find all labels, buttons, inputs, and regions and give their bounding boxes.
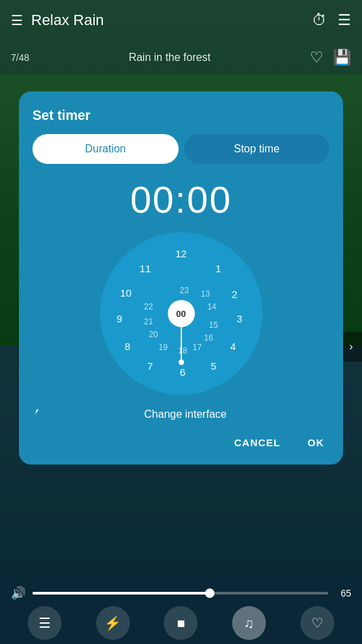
clock-num-21[interactable]: 21: [144, 317, 153, 326]
keyboard-icon[interactable]: ⎖: [32, 406, 41, 423]
ok-button[interactable]: OK: [302, 434, 330, 451]
alarm-icon[interactable]: ⏱: [312, 12, 327, 29]
music-button[interactable]: ♫: [232, 606, 266, 640]
chevron-down-icon[interactable]: ›: [340, 332, 362, 362]
set-timer-modal: Set timer Duration Stop time 00:00 12 1 …: [19, 91, 343, 465]
clock-num-15[interactable]: 15: [209, 320, 218, 330]
app-title: Relax Rain: [31, 12, 104, 29]
timer-tabs: Duration Stop time: [32, 134, 330, 164]
volume-value: 65: [335, 588, 351, 599]
clock-num-18[interactable]: 18: [178, 346, 187, 356]
change-interface-label: Change interface: [41, 408, 330, 421]
clock-num-12[interactable]: 12: [175, 248, 187, 259]
clock-num-14[interactable]: 14: [207, 302, 216, 312]
volume-icon: 🔊: [11, 586, 26, 601]
clock-num-11[interactable]: 11: [139, 262, 151, 274]
music-note-icon: ♫: [244, 616, 254, 631]
control-row: ☰ ⚡ ■ ♫ ♡: [11, 606, 351, 644]
stop-button[interactable]: ■: [164, 606, 198, 640]
playlist-button[interactable]: ☰: [28, 606, 62, 640]
clock-container: 12 1 2 3 4 5 6 7 8 9 10: [32, 232, 330, 395]
clock-num-1[interactable]: 1: [216, 262, 221, 274]
clock-center: 00: [168, 300, 195, 327]
time-minutes: 00: [187, 178, 231, 221]
volume-fill: [32, 592, 210, 595]
playlist-icon: ☰: [39, 615, 51, 631]
time-hours: 00: [130, 178, 175, 221]
time-display: 00:00: [32, 177, 330, 221]
clock-num-8[interactable]: 8: [125, 341, 130, 352]
time-colon: :: [175, 178, 187, 221]
heart-icon[interactable]: ♡: [310, 49, 323, 66]
stop-icon: ■: [177, 616, 185, 631]
clock-num-7[interactable]: 7: [148, 360, 153, 371]
clock-num-3[interactable]: 3: [237, 313, 242, 324]
clock-num-10[interactable]: 10: [120, 286, 132, 298]
lightning-button[interactable]: ⚡: [96, 606, 130, 640]
clock-num-19[interactable]: 19: [158, 343, 167, 352]
top-bar-right: ⏱ ☰: [312, 12, 351, 29]
top-bar-left: ☰ Relax Rain: [11, 12, 104, 29]
clock-num-6[interactable]: 6: [180, 366, 185, 378]
menu-lines-icon[interactable]: ☰: [338, 12, 351, 29]
modal-bottom: ⎖ Change interface: [32, 406, 330, 423]
clock-num-23[interactable]: 23: [180, 286, 189, 295]
bottom-bar: 🔊 65 ☰ ⚡ ■ ♫ ♡: [0, 576, 362, 644]
clock-num-20[interactable]: 20: [149, 330, 158, 339]
clock-num-4[interactable]: 4: [230, 341, 235, 352]
heart-list-icon: ♡: [311, 615, 323, 631]
save-icon[interactable]: 💾: [333, 49, 351, 66]
clock-center-value: 00: [176, 309, 185, 319]
sub-bar: 7/48 Rain in the forest ♡ 💾: [0, 41, 362, 74]
modal-title: Set timer: [32, 108, 330, 123]
clock-num-13[interactable]: 13: [201, 289, 210, 299]
track-count: 7/48: [11, 52, 29, 63]
clock-circle[interactable]: 12 1 2 3 4 5 6 7 8 9 10: [100, 232, 263, 395]
clock-num-17[interactable]: 17: [193, 343, 202, 352]
tab-stop-time[interactable]: Stop time: [184, 134, 330, 164]
cancel-button[interactable]: CANCEL: [229, 434, 286, 451]
volume-thumb[interactable]: [205, 588, 214, 598]
clock-hand-tip: [179, 360, 184, 365]
top-bar: ☰ Relax Rain ⏱ ☰: [0, 0, 362, 41]
clock-num-16[interactable]: 16: [204, 333, 213, 343]
clock-num-9[interactable]: 9: [116, 313, 122, 324]
track-name: Rain in the forest: [129, 51, 210, 64]
volume-row: 🔊 65: [11, 576, 351, 606]
favorites-list-button[interactable]: ♡: [300, 606, 334, 640]
clock-face[interactable]: 12 1 2 3 4 5 6 7 8 9 10: [100, 232, 263, 395]
clock-num-5[interactable]: 5: [210, 360, 216, 371]
menu-icon[interactable]: ☰: [11, 12, 23, 28]
lightning-icon: ⚡: [104, 615, 121, 631]
action-row: CANCEL OK: [32, 434, 330, 451]
tab-duration[interactable]: Duration: [32, 134, 179, 164]
clock-num-22[interactable]: 22: [144, 302, 153, 312]
volume-track[interactable]: [32, 592, 328, 595]
sub-bar-right: ♡ 💾: [310, 49, 351, 66]
clock-num-2[interactable]: 2: [232, 288, 237, 300]
